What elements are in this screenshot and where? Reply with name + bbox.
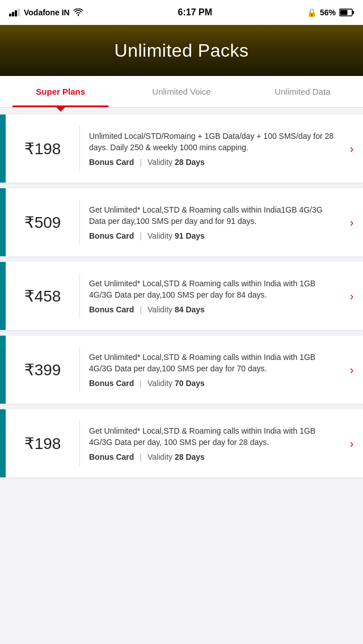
plan-content: Unlimited Local/STD/Romaing + 1GB Data/d… xyxy=(80,122,340,175)
plan-content: Get Unlimited* Local,STD & Roaming calls… xyxy=(80,196,340,249)
plan-content: Get Unlimited* Local,STD & Roaming calls… xyxy=(80,417,340,470)
tab-unlimited-voice[interactable]: Unlimited Voice xyxy=(121,76,242,107)
tab-unlimited-data[interactable]: Unlimited Data xyxy=(242,76,363,107)
carrier-text: Vodafone IN xyxy=(24,8,70,17)
tab-unlimited-data-label: Unlimited Data xyxy=(275,87,330,96)
plan-price: ₹198 xyxy=(6,434,79,453)
svg-rect-1 xyxy=(12,12,14,16)
plan-content: Get Unlimited* Local,STD & Roaming calls… xyxy=(80,270,340,323)
plan-card[interactable]: ₹509 Get Unlimited* Local,STD & Roaming … xyxy=(0,188,363,256)
plan-card[interactable]: ₹198 Get Unlimited* Local,STD & Roaming … xyxy=(0,409,363,477)
plan-bonus-card: Bonus Card xyxy=(89,379,134,388)
svg-rect-0 xyxy=(9,14,11,16)
plan-content: Get Unlimited* Local,STD & Roaming calls… xyxy=(80,344,340,396)
tab-super-plans-label: Super Plans xyxy=(36,87,85,96)
plan-description: Get Unlimited* Local,STD & Roaming calls… xyxy=(89,204,335,227)
plan-card[interactable]: ₹399 Get Unlimited* Local,STD & Roaming … xyxy=(0,336,363,404)
plan-separator: | xyxy=(140,379,142,388)
battery-text: 56% xyxy=(320,8,336,17)
svg-rect-5 xyxy=(352,11,354,14)
plan-validity: Validity 91 Days xyxy=(147,231,205,240)
plan-accent-bar xyxy=(0,336,6,404)
plan-description: Get Unlimited* Local,STD & Roaming calls… xyxy=(89,425,335,448)
plan-chevron-icon[interactable]: › xyxy=(340,437,363,450)
plan-accent-bar xyxy=(0,188,6,256)
status-left: Vodafone IN xyxy=(9,8,83,17)
tab-unlimited-voice-label: Unlimited Voice xyxy=(152,87,210,96)
plan-description: Get Unlimited* Local,STD & Roaming calls… xyxy=(89,351,335,375)
plan-price: ₹509 xyxy=(6,213,79,232)
plan-chevron-icon[interactable]: › xyxy=(340,142,363,155)
tab-super-plans[interactable]: Super Plans xyxy=(0,76,121,107)
plan-bonus-card: Bonus Card xyxy=(89,305,134,314)
plan-price: ₹399 xyxy=(6,361,79,379)
plan-accent-bar xyxy=(0,262,6,330)
plan-chevron-icon[interactable]: › xyxy=(340,290,363,303)
plan-chevron-icon[interactable]: › xyxy=(340,216,363,229)
plan-separator: | xyxy=(140,231,142,240)
plan-description: Unlimited Local/STD/Romaing + 1GB Data/d… xyxy=(89,130,335,154)
plan-meta: Bonus Card | Validity 84 Days xyxy=(89,305,335,314)
plan-meta: Bonus Card | Validity 70 Days xyxy=(89,379,335,388)
status-time: 6:17 PM xyxy=(178,7,212,18)
plan-meta: Bonus Card | Validity 28 Days xyxy=(89,158,335,167)
plan-bonus-card: Bonus Card xyxy=(89,452,134,461)
plan-meta: Bonus Card | Validity 28 Days xyxy=(89,452,335,461)
plan-separator: | xyxy=(140,158,142,167)
plan-separator: | xyxy=(140,452,142,461)
lock-icon: 🔒 xyxy=(307,8,316,17)
plan-price: ₹458 xyxy=(6,287,79,306)
plan-validity: Validity 70 Days xyxy=(147,379,205,388)
plan-separator: | xyxy=(140,305,142,314)
plan-accent-bar xyxy=(0,115,6,183)
tab-active-arrow xyxy=(56,107,65,112)
plan-validity: Validity 28 Days xyxy=(147,452,205,461)
plan-card[interactable]: ₹458 Get Unlimited* Local,STD & Roaming … xyxy=(0,262,363,330)
signal-icon xyxy=(9,9,20,16)
svg-rect-3 xyxy=(18,9,20,16)
plan-accent-bar xyxy=(0,409,6,477)
wifi-icon xyxy=(73,9,83,16)
plan-bonus-card: Bonus Card xyxy=(89,158,134,167)
svg-rect-2 xyxy=(15,10,17,16)
plan-bonus-card: Bonus Card xyxy=(89,231,134,240)
tabs-container: Super Plans Unlimited Voice Unlimited Da… xyxy=(0,76,363,108)
plan-validity: Validity 28 Days xyxy=(147,158,205,167)
status-bar: Vodafone IN 6:17 PM 🔒 56% xyxy=(0,0,363,25)
plan-card[interactable]: ₹198 Unlimited Local/STD/Romaing + 1GB D… xyxy=(0,115,363,183)
plan-description: Get Unlimited* Local,STD & Roaming calls… xyxy=(89,278,335,301)
page-header: Unlimited Packs xyxy=(0,25,363,76)
page-title: Unlimited Packs xyxy=(115,40,249,61)
battery-icon xyxy=(339,9,354,16)
plan-chevron-icon[interactable]: › xyxy=(340,363,363,376)
plan-price: ₹198 xyxy=(6,139,79,158)
plan-validity: Validity 84 Days xyxy=(147,305,205,314)
svg-rect-6 xyxy=(340,10,347,15)
plan-meta: Bonus Card | Validity 91 Days xyxy=(89,231,335,240)
plans-list: ₹198 Unlimited Local/STD/Romaing + 1GB D… xyxy=(0,108,363,484)
status-right: 🔒 56% xyxy=(307,8,354,17)
